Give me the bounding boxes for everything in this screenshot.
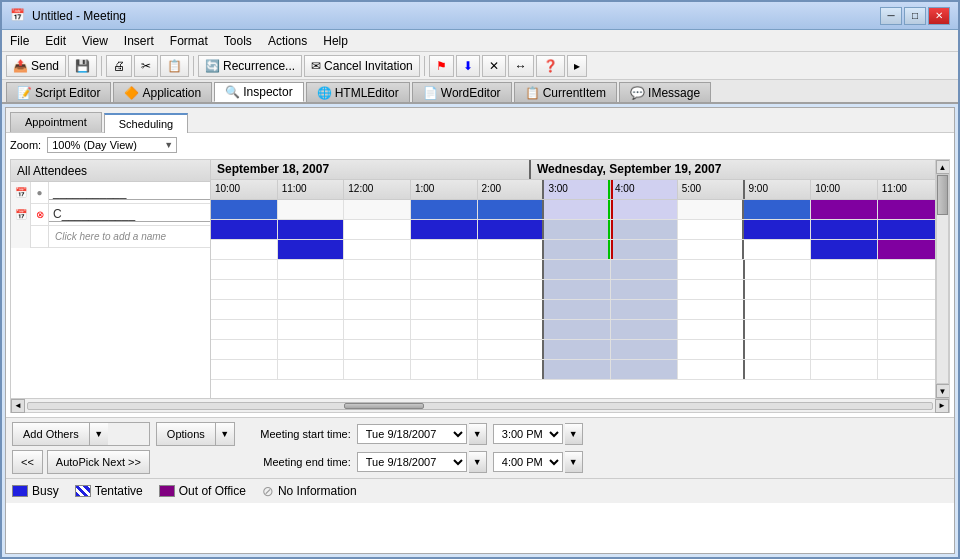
add-icon bbox=[11, 226, 31, 248]
close-button[interactable]: ✕ bbox=[928, 7, 950, 25]
gcell-1-11 bbox=[278, 220, 345, 239]
add-others-button[interactable]: Add Others ▼ bbox=[12, 422, 150, 446]
save-button[interactable]: 💾 bbox=[68, 55, 97, 77]
grid-row-1 bbox=[211, 220, 935, 240]
meeting-time-area: Meeting start time: Tue 9/18/2007 ▼ 3:00… bbox=[241, 423, 948, 473]
end-time-dropdown[interactable]: ▼ bbox=[565, 451, 583, 473]
time-3: 3:00 bbox=[544, 180, 611, 199]
zoom-select[interactable]: 100% (Day View) bbox=[47, 137, 177, 153]
menu-help[interactable]: Help bbox=[315, 30, 356, 51]
more-button[interactable]: ▸ bbox=[567, 55, 587, 77]
options-arrow[interactable]: ▼ bbox=[216, 423, 234, 445]
legend-out-of-office: Out of Office bbox=[159, 484, 246, 498]
gcell-2-10 bbox=[211, 240, 278, 259]
maximize-button[interactable]: □ bbox=[904, 7, 926, 25]
busy-label: Busy bbox=[32, 484, 59, 498]
cell-all-10 bbox=[211, 200, 278, 219]
end-time-wrap: 4:00 PM ▼ bbox=[493, 451, 583, 473]
tentative-swatch bbox=[75, 485, 91, 497]
tab-current-item[interactable]: 📋 CurrentItem bbox=[514, 82, 617, 102]
start-date-dropdown[interactable]: ▼ bbox=[469, 423, 487, 445]
delete-button[interactable]: ✕ bbox=[482, 55, 506, 77]
zoom-label: Zoom: bbox=[10, 139, 41, 151]
gcell-2-2 bbox=[478, 240, 545, 259]
toolbar-sep-1 bbox=[101, 56, 102, 76]
end-date-select[interactable]: Tue 9/18/2007 bbox=[357, 452, 467, 472]
end-time-select[interactable]: 4:00 PM bbox=[493, 452, 563, 472]
scroll-h-track[interactable] bbox=[27, 402, 933, 410]
scroll-up-button[interactable]: ▲ bbox=[936, 160, 950, 174]
menu-insert[interactable]: Insert bbox=[116, 30, 162, 51]
add-others-label[interactable]: Add Others bbox=[13, 423, 90, 445]
flag-blue-button[interactable]: ⬇ bbox=[456, 55, 480, 77]
add-attendee-row[interactable]: Click here to add a name bbox=[11, 226, 210, 248]
cell-all-9 bbox=[744, 200, 811, 219]
menu-edit[interactable]: Edit bbox=[37, 30, 74, 51]
grid-row-2 bbox=[211, 240, 935, 260]
scroll-right-button[interactable]: ► bbox=[935, 399, 949, 413]
tab-script-editor[interactable]: 📝 Script Editor bbox=[6, 82, 111, 102]
attendee-name-1[interactable]: ___________ bbox=[49, 185, 210, 200]
tab-imessage[interactable]: 💬 IMessage bbox=[619, 82, 711, 102]
time-grid[interactable]: September 18, 2007 Wednesday, September … bbox=[211, 160, 935, 398]
menu-tools[interactable]: Tools bbox=[216, 30, 260, 51]
legend-row: Busy Tentative Out of Office ⊘ No Inform… bbox=[6, 478, 954, 503]
gcell-1-9 bbox=[744, 220, 811, 239]
print-button[interactable]: 🖨 bbox=[106, 55, 132, 77]
menu-file[interactable]: File bbox=[2, 30, 37, 51]
help-icon: ❓ bbox=[543, 59, 558, 73]
attendee-name-2[interactable]: C___________ bbox=[49, 207, 210, 222]
titlebar-buttons: ─ □ ✕ bbox=[880, 7, 950, 25]
grid-row-all bbox=[211, 200, 935, 220]
end-date-dropdown[interactable]: ▼ bbox=[469, 451, 487, 473]
move-button[interactable]: ↔ bbox=[508, 55, 534, 77]
send-button[interactable]: 📤 Send bbox=[6, 55, 66, 77]
help-button[interactable]: ❓ bbox=[536, 55, 565, 77]
gcell-2-5 bbox=[678, 240, 745, 259]
vertical-scrollbar[interactable]: ▲ ▼ bbox=[935, 160, 949, 398]
time-11b: 11:00 bbox=[878, 180, 935, 199]
gcell-1-11b bbox=[878, 220, 935, 239]
add-others-arrow[interactable]: ▼ bbox=[90, 423, 108, 445]
gcell-1-1 bbox=[411, 220, 478, 239]
tab-word-editor[interactable]: 📄 WordEditor bbox=[412, 82, 512, 102]
scroll-down-button[interactable]: ▼ bbox=[936, 384, 950, 398]
scroll-track[interactable] bbox=[936, 174, 949, 384]
attendees-header: All Attendees bbox=[11, 160, 210, 182]
options-button[interactable]: Options ▼ bbox=[156, 422, 235, 446]
cut-button[interactable]: ✂ bbox=[134, 55, 158, 77]
start-time-select[interactable]: 3:00 PM bbox=[493, 424, 563, 444]
scroll-thumb[interactable] bbox=[937, 175, 948, 215]
scissors-icon: ✂ bbox=[141, 59, 151, 73]
tab-html-editor[interactable]: 🌐 HTMLEditor bbox=[306, 82, 410, 102]
prev-button[interactable]: << bbox=[12, 450, 43, 474]
minimize-button[interactable]: ─ bbox=[880, 7, 902, 25]
scroll-left-button[interactable]: ◄ bbox=[11, 399, 25, 413]
menu-actions[interactable]: Actions bbox=[260, 30, 315, 51]
grid-content: September 18, 2007 Wednesday, September … bbox=[211, 160, 935, 380]
tab-inspector[interactable]: 🔍 Inspector bbox=[214, 82, 303, 102]
tab-scheduling[interactable]: Scheduling bbox=[104, 113, 188, 133]
start-time-dropdown[interactable]: ▼ bbox=[565, 423, 583, 445]
cancel-invite-button[interactable]: ✉ Cancel Invitation bbox=[304, 55, 420, 77]
copy-button[interactable]: 📋 bbox=[160, 55, 189, 77]
options-label[interactable]: Options bbox=[157, 423, 216, 445]
add-status bbox=[31, 226, 49, 248]
tab-appointment[interactable]: Appointment bbox=[10, 112, 102, 132]
menu-view[interactable]: View bbox=[74, 30, 116, 51]
auto-pick-button[interactable]: AutoPick Next >> bbox=[47, 450, 150, 474]
menu-format[interactable]: Format bbox=[162, 30, 216, 51]
date-label-left: September 18, 2007 bbox=[211, 160, 531, 179]
gcell-2-11b bbox=[878, 240, 935, 259]
start-date-select[interactable]: Tue 9/18/2007 bbox=[357, 424, 467, 444]
time-9: 9:00 bbox=[745, 180, 812, 199]
scroll-h-thumb[interactable] bbox=[344, 403, 424, 409]
add-name-field[interactable]: Click here to add a name bbox=[49, 227, 172, 246]
cancel-icon: ✉ bbox=[311, 59, 321, 73]
no-info-label: No Information bbox=[278, 484, 357, 498]
flag-red-button[interactable]: ⚑ bbox=[429, 55, 454, 77]
recurrence-button[interactable]: 🔄 Recurrence... bbox=[198, 55, 302, 77]
tab-application[interactable]: 🔶 Application bbox=[113, 82, 212, 102]
attendee-row-2: 📅 ⊗ C___________ bbox=[11, 204, 210, 226]
horizontal-scrollbar[interactable]: ◄ ► bbox=[10, 399, 950, 413]
